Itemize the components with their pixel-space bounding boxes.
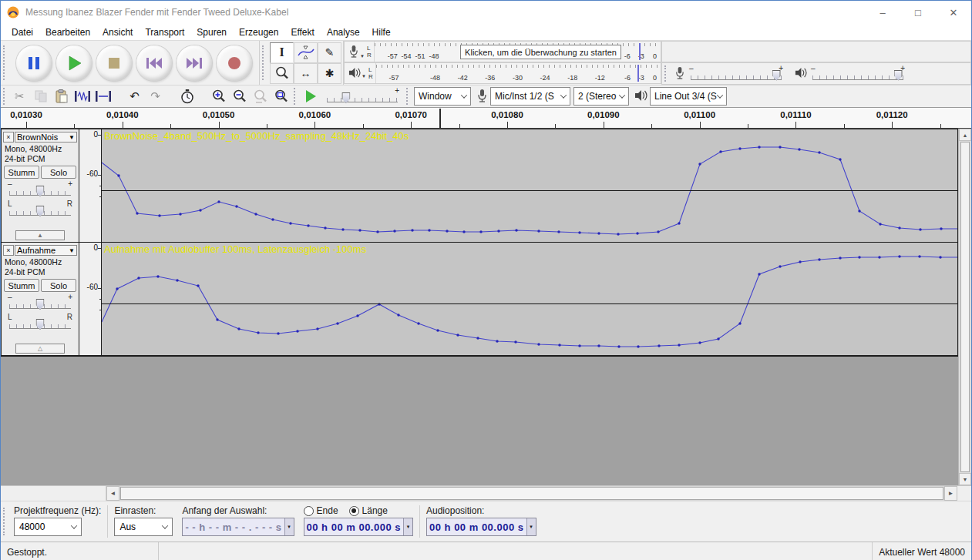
- menu-hilfe[interactable]: Hilfe: [366, 25, 397, 40]
- envelope-tool[interactable]: [294, 42, 318, 63]
- track-name-dropdown[interactable]: Aufnahme▼: [15, 245, 77, 256]
- waveform-display[interactable]: BrownNoise_4band_500Hz_to_5000Hz_samplin…: [102, 129, 957, 242]
- zoom-to-selection-button[interactable]: [250, 86, 271, 106]
- timer-record-button[interactable]: [177, 86, 197, 106]
- meter-monitor-tooltip[interactable]: Klicken, um die Überwachung zu starten: [460, 45, 621, 59]
- zoom-fit-project-button[interactable]: [271, 86, 291, 106]
- horizontal-scroll-thumb[interactable]: [120, 487, 943, 500]
- vertical-db-ruler[interactable]: 0-60: [79, 243, 102, 355]
- menu-ansicht[interactable]: Ansicht: [96, 25, 139, 40]
- stop-button[interactable]: [96, 45, 132, 81]
- maximize-button[interactable]: □: [900, 1, 936, 24]
- radio-end[interactable]: Ende: [304, 505, 338, 516]
- snap-dropdown[interactable]: Aus: [114, 518, 173, 536]
- track-close-button[interactable]: ×: [3, 132, 14, 143]
- paste-button[interactable]: [51, 86, 72, 106]
- meter-scale[interactable]: -57-54-51-48-12-9-6-30Klicken, um die Üb…: [374, 42, 661, 62]
- radio-length[interactable]: Länge: [349, 505, 388, 516]
- play-at-speed-button[interactable]: [300, 86, 321, 106]
- menu-erzeugen[interactable]: Erzeugen: [233, 25, 284, 40]
- timeshift-tool[interactable]: ↔: [294, 63, 318, 84]
- track-gain-slider[interactable]: –+: [8, 294, 72, 313]
- toolbar-grip[interactable]: [664, 65, 668, 82]
- redo-button[interactable]: ↷: [145, 86, 166, 106]
- menu-transport[interactable]: Transport: [139, 25, 190, 40]
- meter-scale[interactable]: -57-48-42-36-30-24-18-12-6-30: [375, 63, 661, 83]
- menu-effekt[interactable]: Effekt: [284, 25, 320, 40]
- toolbar-grip[interactable]: [294, 88, 298, 105]
- scroll-up-icon[interactable]: ▲: [959, 129, 971, 141]
- skip-to-end-button[interactable]: [177, 45, 212, 81]
- scroll-right-icon[interactable]: ►: [944, 486, 957, 501]
- selection-length-field[interactable]: 00 h 00 m 00.000 s ▾: [304, 518, 413, 536]
- waveform-display[interactable]: Aufnahme mit Audiobuffer 100ms, Latenzau…: [102, 243, 957, 355]
- vertical-db-ruler[interactable]: 0-60: [79, 129, 102, 242]
- chevron-down-icon[interactable]: ▾: [526, 518, 536, 535]
- recording-device-dropdown[interactable]: Mic/Inst 1/2 (S: [490, 87, 570, 106]
- timeline-minor-tick: [651, 124, 652, 128]
- play-button[interactable]: [56, 45, 92, 81]
- skip-to-start-button[interactable]: [136, 45, 172, 81]
- pause-button[interactable]: [16, 45, 52, 81]
- track-pan-slider[interactable]: LR: [8, 314, 72, 333]
- timeline-ruler[interactable]: 0,010300,010400,010500,010600,010700,010…: [1, 108, 971, 129]
- microphone-icon[interactable]: ▼: [345, 44, 365, 60]
- menu-spuren[interactable]: Spuren: [190, 25, 233, 40]
- chevron-down-icon[interactable]: ▾: [403, 518, 412, 535]
- cut-button[interactable]: ✂: [9, 86, 30, 106]
- scroll-left-icon[interactable]: ◄: [106, 486, 119, 501]
- close-button[interactable]: ✕: [936, 1, 971, 24]
- zoom-tool[interactable]: [270, 63, 294, 84]
- track-close-button[interactable]: ×: [3, 245, 14, 256]
- horizontal-scrollbar[interactable]: ◄ ►: [1, 485, 971, 501]
- toolbar-grip[interactable]: [3, 88, 7, 105]
- track-pan-slider[interactable]: LR: [8, 201, 72, 220]
- silence-audio-button[interactable]: [92, 86, 113, 106]
- mute-button[interactable]: Stumm: [4, 166, 39, 179]
- draw-tool[interactable]: ✎: [318, 42, 341, 63]
- undo-button[interactable]: ↶: [124, 86, 145, 106]
- audio-host-dropdown[interactable]: Window: [414, 87, 471, 106]
- speaker-icon[interactable]: ▼: [345, 67, 367, 80]
- trim-audio-button[interactable]: [72, 86, 92, 106]
- recording-volume-slider[interactable]: –+: [689, 65, 783, 82]
- toolbar-grip[interactable]: [406, 88, 410, 105]
- zoom-in-icon: [211, 89, 227, 104]
- track-gain-slider[interactable]: –+: [8, 181, 72, 200]
- project-rate-dropdown[interactable]: 48000: [14, 518, 82, 536]
- slider-min-label: L: [8, 200, 12, 208]
- selection-tool[interactable]: I: [270, 42, 294, 63]
- recording-meter[interactable]: ▼LR-57-54-51-48-12-9-6-30Klicken, um die…: [344, 41, 661, 62]
- menu-datei[interactable]: Datei: [5, 25, 39, 40]
- collapse-button[interactable]: ▲: [15, 230, 65, 240]
- menu-bearbeiten[interactable]: Bearbeiten: [39, 25, 96, 40]
- record-button[interactable]: [217, 45, 252, 81]
- menu-analyse[interactable]: Analyse: [321, 25, 366, 40]
- playback-volume-slider[interactable]: –+: [811, 65, 905, 82]
- zoom-out-button[interactable]: [229, 86, 250, 106]
- multi-tool[interactable]: ✱: [318, 63, 341, 84]
- zoom-in-button[interactable]: [208, 86, 229, 106]
- audio-position-field[interactable]: 00 h 00 m 00.000 s ▾: [426, 518, 536, 536]
- mute-button[interactable]: Stumm: [4, 279, 39, 292]
- collapse-button[interactable]: △: [15, 344, 65, 354]
- toolbar-grip[interactable]: [262, 45, 266, 81]
- toolbar-grip[interactable]: [3, 45, 7, 81]
- copy-button[interactable]: [30, 86, 51, 106]
- vertical-scrollbar[interactable]: ▲ ▼: [958, 129, 971, 485]
- track-name-dropdown[interactable]: BrownNois▼: [15, 132, 77, 143]
- minimize-button[interactable]: –: [865, 1, 900, 24]
- play-speed-slider[interactable]: +: [325, 88, 399, 105]
- solo-button[interactable]: Solo: [41, 166, 76, 179]
- toolbar-grip[interactable]: [3, 508, 7, 536]
- solo-button[interactable]: Solo: [41, 279, 76, 292]
- selection-start-field[interactable]: - - h - - m - - . - - - s ▾: [182, 518, 294, 536]
- playback-device-dropdown[interactable]: Line Out 3/4 (S: [650, 87, 727, 106]
- chevron-down-icon[interactable]: ▾: [284, 518, 294, 535]
- vertical-scroll-thumb[interactable]: [960, 142, 970, 472]
- horizontal-scroll-track[interactable]: [119, 486, 944, 501]
- scroll-down-icon[interactable]: ▼: [959, 473, 971, 485]
- recording-channels-dropdown[interactable]: 2 (Stereo: [573, 87, 629, 106]
- playback-meter[interactable]: ▼LR-57-48-42-36-30-24-18-12-6-30: [344, 62, 661, 84]
- ruler-tick: [98, 288, 101, 289]
